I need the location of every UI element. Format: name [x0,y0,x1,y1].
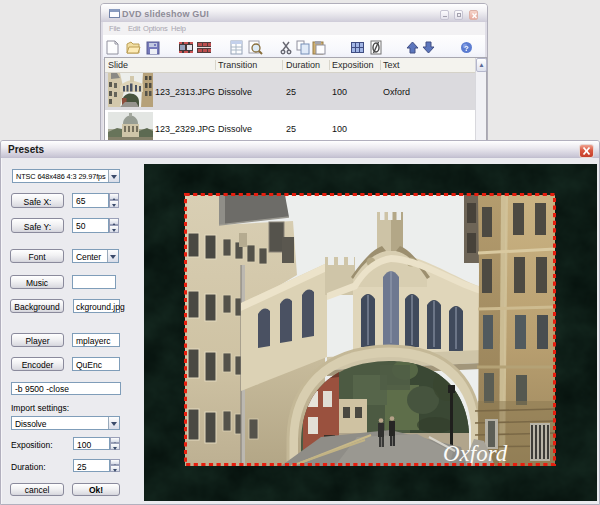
svg-text:?: ? [464,44,469,53]
